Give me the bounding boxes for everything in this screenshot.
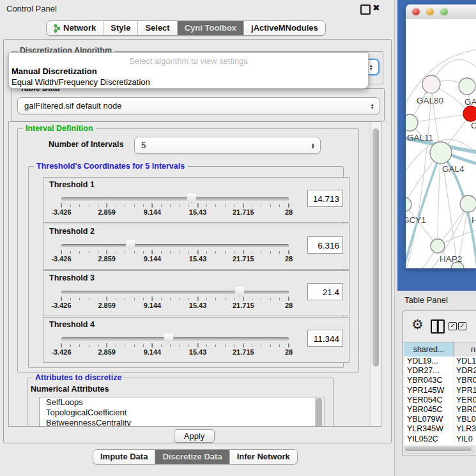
settings-scroll-pane: Interval Definition Number of Intervals … (8, 121, 381, 427)
control-panel: Control Panel ✖ Network Style Select Cyn… (0, 0, 395, 476)
tab-discretize-data[interactable]: Discretize Data (155, 450, 229, 464)
node-label: GCY1 (406, 215, 426, 225)
thresholds-group: Threshold's Coordinates for 5 Intervals … (28, 166, 344, 368)
threshold-row-3: Threshold 3 -3.426 2.859 9.144 15.43 21.… (43, 270, 349, 316)
node-h[interactable] (460, 196, 476, 212)
combo-arrows-icon: ▲▼ (371, 103, 374, 109)
column-view-icon[interactable] (431, 319, 445, 334)
table-scrollbar-thumb[interactable] (405, 447, 472, 451)
threshold-row-1: Threshold 1 -3.426 2.859 9.144 15.43 21.… (43, 177, 349, 223)
interval-definition-group: Interval Definition Number of Intervals … (17, 128, 359, 372)
thresholds-group-title: Threshold's Coordinates for 5 Intervals (34, 162, 187, 171)
table-row[interactable]: YER054CYER0 (404, 395, 476, 405)
attributes-group-title: Attributes to discretize (33, 373, 124, 382)
node-label: GAL4 (442, 164, 464, 174)
number-of-intervals-value: 5 (141, 137, 146, 153)
table-row[interactable]: YDL19...YDL1 (404, 357, 476, 366)
tab-jactivemnodules[interactable]: jActiveMNodules (244, 21, 325, 35)
node-label: GAL80 (417, 96, 443, 105)
threshold-4-value-field[interactable]: 11.344 (307, 330, 343, 347)
table-row[interactable]: YBR045CYBR0 (404, 405, 476, 415)
table-panel-title: Table Panel (404, 295, 448, 305)
table-row[interactable]: YIL052CYIL0 (404, 434, 476, 444)
node-label: HAP2 (440, 254, 462, 264)
combo-arrows-icon: ▲▼ (369, 64, 373, 70)
network-icon (54, 24, 60, 33)
checked-checkbox-icon[interactable]: ✓ (449, 322, 457, 330)
bottom-tab-bar: Impute Data Discretize Data Infer Networ… (93, 449, 298, 464)
tab-impute-data[interactable]: Impute Data (93, 450, 155, 464)
top-tab-bar: Network Style Select Cyni Toolbox jActiv… (46, 20, 326, 36)
table-row[interactable]: YDR27...YDR2 (404, 366, 476, 376)
network-graph: GAL80 GA C GAL11 GAL4 GCY1 H HAP2 (406, 19, 476, 268)
threshold-2-slider[interactable] (61, 244, 289, 247)
combo-arrows-icon: ▲▼ (311, 142, 315, 149)
node-partial-top-right[interactable] (459, 78, 475, 95)
dropdown-placeholder: Select algorithm to view settings (9, 56, 368, 66)
attributes-list-scrollbar[interactable] (315, 397, 325, 427)
threshold-4-slider-thumb[interactable] (164, 334, 174, 344)
close-icon[interactable]: ✖ (372, 3, 380, 13)
table-row[interactable]: YPR145WYPR1 (404, 386, 476, 395)
threshold-1-value-field[interactable]: 14.713 (307, 190, 343, 207)
attributes-group: Attributes to discretize Numerical Attri… (27, 378, 334, 427)
column-header-name[interactable]: n (454, 342, 476, 357)
float-window-icon[interactable] (360, 4, 371, 15)
gear-icon[interactable]: ⚙ (411, 317, 424, 332)
checked-checkbox-icon[interactable]: ✓ (458, 322, 466, 330)
network-canvas[interactable]: GAL80 GA C GAL11 GAL4 GCY1 H HAP2 (406, 19, 476, 268)
table-rows: YDL19...YDL1 YDR27...YDR2 YBR043CYBR0 YP… (404, 357, 476, 445)
table-row[interactable]: YBR043CYBR0 (404, 376, 476, 385)
threshold-row-4: Threshold 4 -3.426 2.859 9.144 15.43 21.… (43, 317, 349, 363)
attributes-scrollbar-thumb[interactable] (316, 398, 322, 427)
network-window[interactable]: GAL80 GA C GAL11 GAL4 GCY1 H HAP2 (406, 4, 476, 268)
dropdown-option-manual-discretization[interactable]: Manual Discretization (12, 66, 97, 76)
list-item[interactable]: BetweennessCentrality (40, 418, 316, 427)
threshold-2-value-field[interactable]: 6.316 (307, 236, 343, 254)
list-item[interactable]: SelfLoops (40, 397, 316, 408)
zoom-traffic-light-icon[interactable] (440, 8, 448, 15)
table-horizontal-scrollbar[interactable] (404, 446, 475, 454)
settings-scrollbar[interactable] (371, 122, 381, 426)
number-of-intervals-label: Number of Intervals (49, 140, 123, 149)
tab-infer-network[interactable]: Infer Network (230, 450, 297, 464)
threshold-2-slider-thumb[interactable] (126, 240, 135, 251)
tab-style[interactable]: Style (104, 21, 138, 35)
numerical-attributes-label: Numerical Attributes (31, 385, 109, 394)
numerical-attributes-list[interactable]: SelfLoops TopologicalCoefficient Between… (39, 397, 316, 427)
close-traffic-light-icon[interactable] (412, 8, 420, 15)
node-gcy1[interactable] (406, 197, 411, 211)
table-row[interactable]: YBL079WYBL0 (404, 415, 476, 424)
node-gal4[interactable] (430, 142, 452, 164)
tab-network[interactable]: Network (47, 21, 104, 35)
list-item[interactable]: TopologicalCoefficient (40, 408, 316, 418)
node-gal80[interactable] (422, 75, 440, 93)
settings-scrollbar-thumb[interactable] (372, 128, 379, 367)
threshold-1-slider-thumb[interactable] (187, 194, 196, 204)
node-selected-red[interactable] (463, 106, 476, 121)
network-window-titlebar[interactable] (406, 4, 476, 19)
threshold-3-slider[interactable] (61, 291, 289, 294)
dropdown-option-equal-width[interactable]: Equal Width/Frequency Discretization (12, 77, 150, 87)
column-header-shared-name[interactable]: shared... (404, 342, 454, 357)
table-row[interactable]: YLR345WYLR3 (404, 424, 476, 434)
node-gal11[interactable] (406, 114, 418, 131)
threshold-4-slider[interactable] (61, 337, 289, 341)
tab-select[interactable]: Select (138, 21, 177, 35)
tab-cyni-toolbox[interactable]: Cyni Toolbox (178, 21, 244, 35)
table-data-combobox[interactable]: galFiltered.sif default node ▲▼ (17, 97, 380, 114)
table-data-group: Table Data galFiltered.sif default node … (12, 88, 385, 121)
node-label: H (472, 215, 476, 225)
minimize-traffic-light-icon[interactable] (426, 8, 434, 15)
table-panel-toolbar: ⚙ ✓ ✓ (403, 311, 476, 342)
table-header-row: shared... n (404, 342, 476, 357)
apply-button[interactable]: Apply (174, 429, 215, 443)
node-hap2[interactable] (431, 239, 445, 253)
tab-network-label: Network (63, 21, 96, 35)
network-desktop: GAL80 GA C GAL11 GAL4 GCY1 H HAP2 (397, 0, 476, 291)
threshold-1-slider[interactable] (61, 197, 289, 201)
node-label: C (471, 121, 476, 130)
algorithm-dropdown-popup: Select algorithm to view settings Manual… (8, 52, 369, 89)
threshold-3-value-field[interactable]: 21.4 (307, 283, 343, 300)
number-of-intervals-combobox[interactable]: 5 ▲▼ (134, 137, 321, 154)
